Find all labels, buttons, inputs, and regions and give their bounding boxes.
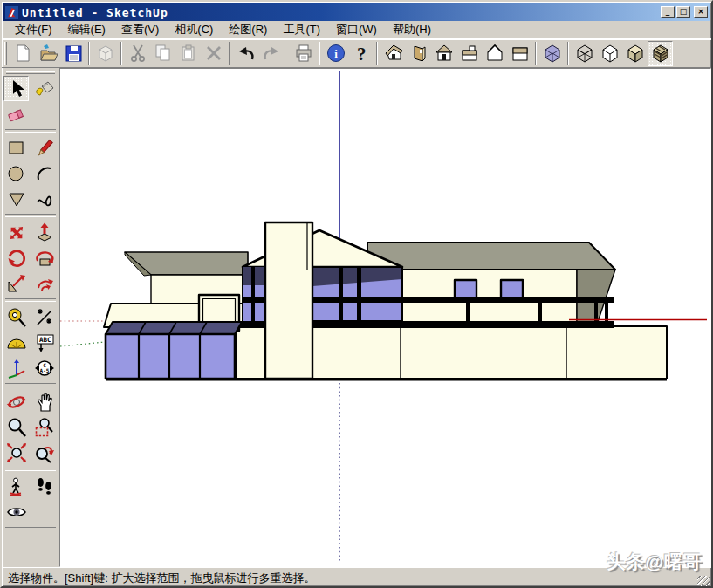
menu-draw[interactable]: 绘图(R): [221, 20, 275, 39]
camera-figure-icon: [6, 476, 27, 497]
copy-button[interactable]: [150, 41, 175, 66]
make-component-button[interactable]: [93, 41, 118, 66]
scale-tool-button[interactable]: [3, 270, 29, 296]
model-glass-boxes[interactable]: [106, 322, 242, 379]
axes-tool-button[interactable]: [3, 355, 29, 380]
menu-window[interactable]: 窗口(W): [328, 20, 385, 39]
model-small-window[interactable]: [455, 280, 476, 298]
menu-help[interactable]: 帮助(H): [385, 20, 439, 39]
palette-separator: [5, 129, 56, 133]
toolbar-grip[interactable]: [4, 42, 7, 65]
new-button[interactable]: [10, 41, 35, 66]
info-icon: i: [326, 43, 346, 64]
polygon-tool-button[interactable]: [3, 186, 29, 211]
view-left-button[interactable]: [406, 41, 431, 66]
top-view-icon: [459, 43, 480, 64]
paste-button[interactable]: [175, 41, 201, 66]
follow-me-icon: [34, 248, 55, 269]
undo-arrow-icon: [236, 43, 257, 64]
style-hidden-line-button[interactable]: [597, 41, 622, 66]
maximize-button[interactable]: □: [676, 6, 690, 18]
zoom-previous-icon: [34, 442, 55, 463]
model-viewport[interactable]: [60, 69, 710, 566]
eraser-tool-button[interactable]: [3, 101, 29, 126]
svg-text:ABC: ABC: [39, 336, 51, 344]
clipboard-icon: [178, 43, 199, 64]
cut-button[interactable]: [125, 41, 150, 66]
zoom-previous-button[interactable]: [31, 440, 57, 465]
style-xray-button[interactable]: [539, 41, 565, 66]
toolbar-separator: [120, 42, 122, 65]
paint-bucket-button[interactable]: [31, 76, 57, 101]
entity-info-button[interactable]: i: [323, 41, 348, 66]
model-small-window[interactable]: [501, 280, 523, 298]
rectangle-tool-button[interactable]: [3, 135, 29, 161]
zoom-extents-icon: [6, 442, 27, 463]
title-bar[interactable]: Untitled - SketchUp _ □ ×: [3, 3, 710, 21]
tape-measure-button[interactable]: [3, 304, 29, 330]
hiddenline-cube-icon: [600, 43, 620, 64]
orbit-tool-button[interactable]: [3, 389, 29, 414]
view-iso-button[interactable]: [380, 41, 406, 66]
select-tool-button[interactable]: [3, 76, 29, 101]
style-wireframe-button[interactable]: [572, 41, 597, 66]
dimension-tool-button[interactable]: [31, 304, 57, 330]
view-back-button[interactable]: [482, 41, 507, 66]
rotate-tool-button[interactable]: [3, 245, 29, 270]
move-tool-button[interactable]: [3, 220, 29, 245]
follow-me-tool-button[interactable]: [31, 245, 57, 270]
toolbar-separator: [535, 42, 537, 65]
menu-tools[interactable]: 工具(T): [275, 20, 328, 39]
view-front-button[interactable]: [431, 41, 456, 66]
push-pull-icon: [34, 222, 55, 243]
offset-tool-button[interactable]: [31, 270, 57, 296]
axes-icon: [6, 358, 27, 379]
menu-view[interactable]: 查看(V): [113, 20, 167, 39]
open-box-icon: [408, 43, 429, 64]
help-button[interactable]: ?: [348, 41, 374, 66]
palette-separator: [5, 298, 56, 302]
print-button[interactable]: [291, 41, 316, 66]
3d-text-tool-button[interactable]: CA-5: [31, 355, 57, 380]
drawing-canvas[interactable]: [59, 68, 711, 567]
house-model[interactable]: [104, 222, 667, 379]
zoom-tool-button[interactable]: [3, 414, 29, 440]
pan-tool-button[interactable]: [31, 389, 57, 414]
style-textured-button[interactable]: [648, 41, 673, 66]
arc-tool-button[interactable]: [31, 161, 57, 186]
close-button[interactable]: ×: [694, 6, 708, 18]
walk-tool-button[interactable]: [31, 474, 57, 499]
save-button[interactable]: [60, 41, 86, 66]
shaded-cube-icon: [625, 43, 646, 64]
zoom-window-button[interactable]: [31, 414, 57, 440]
freehand-tool-button[interactable]: [31, 186, 57, 211]
open-button[interactable]: [35, 41, 60, 66]
xray-cube-icon: [542, 43, 563, 64]
erase-button[interactable]: [201, 41, 226, 66]
menu-file[interactable]: 文件(F): [7, 20, 60, 39]
circle-tool-button[interactable]: [3, 161, 29, 186]
redo-button[interactable]: [258, 41, 284, 66]
text-tool-button[interactable]: ABC: [31, 330, 57, 355]
style-shaded-button[interactable]: [622, 41, 648, 66]
line-tool-button[interactable]: [31, 135, 57, 161]
model-right-roof[interactable]: [367, 243, 615, 270]
palette-grip[interactable]: [6, 71, 55, 74]
resize-grip[interactable]: [697, 576, 710, 588]
model-chimney[interactable]: [265, 222, 312, 379]
view-right-button[interactable]: [507, 41, 532, 66]
undo-button[interactable]: [233, 41, 258, 66]
palette-empty-slot: [31, 499, 57, 524]
menu-camera[interactable]: 相机(C): [167, 20, 221, 39]
view-top-button[interactable]: [456, 41, 482, 66]
back-house-icon: [484, 43, 505, 64]
zoom-extents-button[interactable]: [3, 440, 29, 465]
position-camera-button[interactable]: [3, 474, 29, 499]
minimize-button[interactable]: _: [661, 6, 675, 18]
menu-edit[interactable]: 编辑(E): [60, 20, 113, 39]
push-pull-tool-button[interactable]: [31, 220, 57, 245]
select-cursor-icon: [6, 79, 27, 99]
protractor-tool-button[interactable]: [3, 330, 29, 355]
toolbar-separator: [319, 42, 320, 65]
look-around-button[interactable]: [3, 499, 29, 524]
